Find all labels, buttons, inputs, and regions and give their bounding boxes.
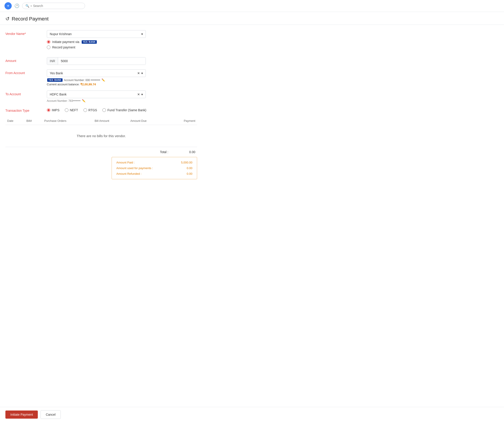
to-account-dropdown[interactable]: HDFC Bank ✕ ▾ [47, 91, 146, 98]
vendor-dropdown[interactable]: Nupur Krishnan ▾ [47, 30, 146, 38]
search-bar[interactable]: 🔍 ▾ [22, 3, 85, 9]
amount-refunded-value: 0.00 [187, 172, 192, 175]
amount-refunded-label: Amount Refunded : [116, 172, 142, 175]
neft-option[interactable]: NEFT [65, 108, 78, 112]
transaction-type-control: IMPS NEFT RTGS Fund Transfer (Same Bank) [47, 107, 197, 112]
amount-row: Amount INR [5, 57, 197, 65]
balance-label: Current account balance: [47, 83, 79, 86]
vendor-value: Nupur Krishnan [50, 32, 72, 36]
vendor-row: Vendor Name* Nupur Krishnan ▾ Initiate p… [5, 30, 197, 49]
total-label: Total : [160, 150, 168, 154]
record-payment-radio[interactable] [47, 45, 50, 49]
yes-bank-badge: YES / BANK [82, 40, 97, 44]
col-payment: Payment [168, 117, 197, 125]
from-account-edit-icon[interactable]: ✏️ [102, 78, 105, 82]
to-account-edit-icon[interactable]: ✏️ [82, 99, 85, 103]
yes-bank-small-badge: YES / BANK [47, 78, 63, 82]
history-button[interactable]: 🕐 [14, 3, 19, 8]
imps-option[interactable]: IMPS [47, 108, 60, 112]
col-po: Purchase Orders [42, 117, 93, 125]
amount-refunded-line: Amount Refunded : 0.00 [116, 172, 192, 175]
balance-amount: ₹2,00,99.74 [80, 83, 96, 86]
amount-used-value: 0.00 [187, 166, 192, 170]
table-header-row: Date Bill# Purchase Orders Bill Amount A… [5, 117, 197, 125]
from-account-value: Yes Bank [50, 71, 63, 75]
from-account-dropdown[interactable]: Yes Bank ✕ ▾ [47, 69, 146, 77]
initiate-payment-label: Initiate payment via [52, 40, 79, 44]
fund-transfer-label: Fund Transfer (Same Bank) [107, 108, 146, 112]
from-account-balance-row: Current account balance: ₹2,00,99.74 [47, 83, 197, 86]
add-button[interactable]: + [5, 2, 12, 9]
imps-label: IMPS [52, 108, 60, 112]
plus-icon: + [7, 4, 9, 8]
vendor-caret-icon: ▾ [141, 32, 143, 36]
transaction-type-label: Transaction Type [5, 107, 41, 112]
search-input[interactable] [33, 4, 78, 8]
to-account-row: To Account HDFC Bank ✕ ▾ Account Number:… [5, 91, 197, 103]
fund-transfer-option[interactable]: Fund Transfer (Same Bank) [102, 108, 146, 112]
initiate-payment-option[interactable]: Initiate payment via YES / BANK [47, 40, 197, 44]
amount-paid-label: Amount Paid : [116, 161, 135, 164]
amount-control: INR [47, 57, 197, 65]
bills-table: Date Bill# Purchase Orders Bill Amount A… [5, 117, 197, 147]
amount-input[interactable] [58, 57, 146, 65]
fund-transfer-radio[interactable] [102, 108, 106, 112]
to-account-chevron-icon: ▾ [141, 92, 143, 96]
empty-row: There are no bills for this vendor. [5, 125, 197, 147]
record-payment-label: Record payment [52, 45, 75, 49]
vendor-control: Nupur Krishnan ▾ Initiate payment via YE… [47, 30, 197, 49]
history-icon: 🕐 [14, 4, 19, 8]
col-amount-due: Amount Due [128, 117, 168, 125]
total-row: Total : 0.00 [5, 147, 197, 157]
table-header: Date Bill# Purchase Orders Bill Amount A… [5, 117, 197, 125]
from-account-clear-icon[interactable]: ✕ [137, 71, 140, 75]
from-account-actions: ✕ ▾ [137, 71, 143, 75]
yes-bank-slash: / [88, 41, 88, 43]
initiate-payment-radio[interactable] [47, 40, 50, 44]
search-icon: 🔍 [25, 4, 29, 8]
imps-radio[interactable] [47, 108, 50, 112]
page-title-bar: ↺ Record Payment [0, 12, 504, 25]
neft-label: NEFT [70, 108, 78, 112]
to-account-label: To Account [5, 91, 41, 96]
to-account-actions: ✕ ▾ [137, 92, 143, 96]
rtgs-radio[interactable] [84, 108, 87, 112]
yes-bank-yes: YES [83, 41, 88, 43]
main-content: Vendor Name* Nupur Krishnan ▾ Initiate p… [0, 25, 203, 202]
to-account-clear-icon[interactable]: ✕ [137, 92, 140, 96]
to-account-number-row: Account Number: 783•••••••• ✏️ [47, 99, 197, 103]
to-account-value: HDFC Bank [50, 92, 67, 96]
amount-field: INR [47, 57, 146, 65]
from-account-row: From Account Yes Bank ✕ ▾ YES / BANK Acc… [5, 69, 197, 86]
transaction-type-options: IMPS NEFT RTGS Fund Transfer (Same Bank) [47, 107, 197, 112]
amount-used-label: Amount used for payments : [116, 166, 153, 170]
vendor-label: Vendor Name* [5, 30, 41, 36]
transaction-type-row: Transaction Type IMPS NEFT RTGS Fund Tra… [5, 107, 197, 112]
record-payment-option[interactable]: Record payment [47, 45, 197, 49]
neft-radio[interactable] [65, 108, 68, 112]
total-value: 0.00 [177, 150, 195, 154]
from-account-number: Account Number: 000 •••••••••• [64, 79, 100, 82]
rtgs-label: RTGS [88, 108, 97, 112]
empty-message: There are no bills for this vendor. [5, 125, 197, 147]
record-payment-icon: ↺ [5, 16, 9, 22]
to-account-control: HDFC Bank ✕ ▾ Account Number: 783•••••••… [47, 91, 197, 103]
payment-options: Initiate payment via YES / BANK Record p… [47, 40, 197, 49]
table-body: There are no bills for this vendor. [5, 125, 197, 147]
rtgs-option[interactable]: RTGS [84, 108, 97, 112]
topbar: + 🕐 🔍 ▾ [0, 0, 504, 12]
amount-paid-value: 5,000.00 [181, 161, 192, 164]
col-bill-amount: Bill Amount [93, 117, 128, 125]
search-caret-icon: ▾ [31, 5, 32, 7]
page-title: Record Payment [12, 16, 48, 22]
currency-label: INR [47, 57, 58, 65]
col-bill: Bill# [24, 117, 42, 125]
amount-paid-line: Amount Paid : 5,000.00 [116, 161, 192, 164]
from-account-control: Yes Bank ✕ ▾ YES / BANK Account Number: … [47, 69, 197, 86]
summary-box: Amount Paid : 5,000.00 Amount used for p… [112, 157, 197, 179]
from-account-label: From Account [5, 69, 41, 75]
to-account-number: Account Number: 783•••••••• [47, 99, 81, 103]
amount-used-line: Amount used for payments : 0.00 [116, 166, 192, 170]
from-account-info: YES / BANK Account Number: 000 •••••••••… [47, 78, 197, 82]
yes-bank-bank: BANK [89, 41, 96, 43]
